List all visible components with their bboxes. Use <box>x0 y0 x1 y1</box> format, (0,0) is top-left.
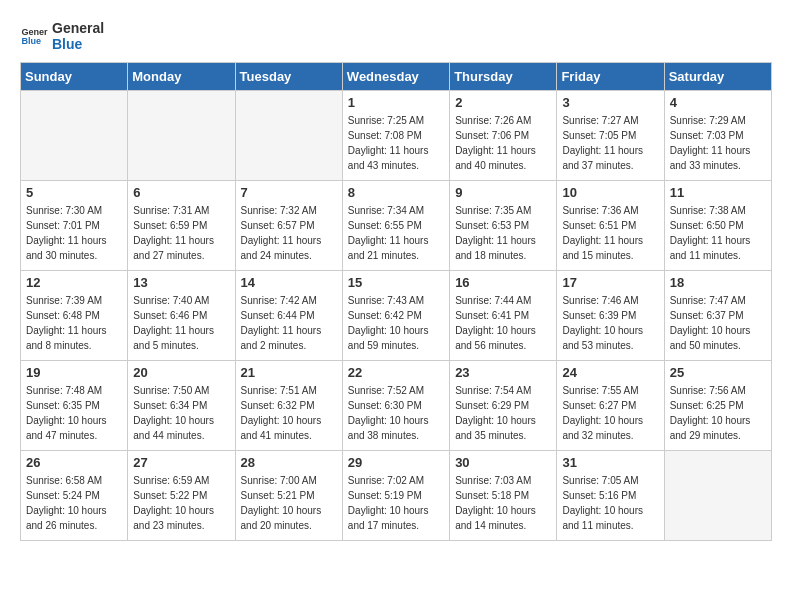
page-header: General Blue General Blue <box>20 20 772 52</box>
day-number: 6 <box>133 185 229 200</box>
day-number: 5 <box>26 185 122 200</box>
calendar-cell: 2Sunrise: 7:26 AMSunset: 7:06 PMDaylight… <box>450 91 557 181</box>
calendar-week-4: 19Sunrise: 7:48 AMSunset: 6:35 PMDayligh… <box>21 361 772 451</box>
calendar-cell: 24Sunrise: 7:55 AMSunset: 6:27 PMDayligh… <box>557 361 664 451</box>
day-info: Sunrise: 7:47 AMSunset: 6:37 PMDaylight:… <box>670 293 766 353</box>
calendar-cell: 14Sunrise: 7:42 AMSunset: 6:44 PMDayligh… <box>235 271 342 361</box>
header-saturday: Saturday <box>664 63 771 91</box>
day-number: 11 <box>670 185 766 200</box>
day-number: 18 <box>670 275 766 290</box>
calendar-cell: 10Sunrise: 7:36 AMSunset: 6:51 PMDayligh… <box>557 181 664 271</box>
calendar-cell: 26Sunrise: 6:58 AMSunset: 5:24 PMDayligh… <box>21 451 128 541</box>
calendar-cell: 12Sunrise: 7:39 AMSunset: 6:48 PMDayligh… <box>21 271 128 361</box>
calendar-week-2: 5Sunrise: 7:30 AMSunset: 7:01 PMDaylight… <box>21 181 772 271</box>
day-info: Sunrise: 7:50 AMSunset: 6:34 PMDaylight:… <box>133 383 229 443</box>
calendar-cell: 3Sunrise: 7:27 AMSunset: 7:05 PMDaylight… <box>557 91 664 181</box>
day-info: Sunrise: 7:02 AMSunset: 5:19 PMDaylight:… <box>348 473 444 533</box>
day-info: Sunrise: 7:30 AMSunset: 7:01 PMDaylight:… <box>26 203 122 263</box>
day-number: 30 <box>455 455 551 470</box>
day-number: 19 <box>26 365 122 380</box>
day-number: 7 <box>241 185 337 200</box>
day-info: Sunrise: 6:58 AMSunset: 5:24 PMDaylight:… <box>26 473 122 533</box>
calendar-cell: 16Sunrise: 7:44 AMSunset: 6:41 PMDayligh… <box>450 271 557 361</box>
day-info: Sunrise: 7:05 AMSunset: 5:16 PMDaylight:… <box>562 473 658 533</box>
svg-text:Blue: Blue <box>21 36 41 46</box>
day-number: 16 <box>455 275 551 290</box>
day-number: 29 <box>348 455 444 470</box>
calendar-week-1: 1Sunrise: 7:25 AMSunset: 7:08 PMDaylight… <box>21 91 772 181</box>
day-info: Sunrise: 7:46 AMSunset: 6:39 PMDaylight:… <box>562 293 658 353</box>
day-number: 31 <box>562 455 658 470</box>
header-sunday: Sunday <box>21 63 128 91</box>
calendar-cell: 6Sunrise: 7:31 AMSunset: 6:59 PMDaylight… <box>128 181 235 271</box>
logo-icon: General Blue <box>20 22 48 50</box>
day-number: 12 <box>26 275 122 290</box>
header-monday: Monday <box>128 63 235 91</box>
day-info: Sunrise: 7:03 AMSunset: 5:18 PMDaylight:… <box>455 473 551 533</box>
calendar-cell: 5Sunrise: 7:30 AMSunset: 7:01 PMDaylight… <box>21 181 128 271</box>
calendar-cell: 20Sunrise: 7:50 AMSunset: 6:34 PMDayligh… <box>128 361 235 451</box>
day-number: 10 <box>562 185 658 200</box>
calendar-cell: 1Sunrise: 7:25 AMSunset: 7:08 PMDaylight… <box>342 91 449 181</box>
day-number: 24 <box>562 365 658 380</box>
day-number: 21 <box>241 365 337 380</box>
calendar-cell: 11Sunrise: 7:38 AMSunset: 6:50 PMDayligh… <box>664 181 771 271</box>
calendar-week-5: 26Sunrise: 6:58 AMSunset: 5:24 PMDayligh… <box>21 451 772 541</box>
day-info: Sunrise: 7:43 AMSunset: 6:42 PMDaylight:… <box>348 293 444 353</box>
calendar-cell <box>21 91 128 181</box>
day-number: 13 <box>133 275 229 290</box>
calendar-cell: 21Sunrise: 7:51 AMSunset: 6:32 PMDayligh… <box>235 361 342 451</box>
calendar-cell: 13Sunrise: 7:40 AMSunset: 6:46 PMDayligh… <box>128 271 235 361</box>
calendar-cell: 18Sunrise: 7:47 AMSunset: 6:37 PMDayligh… <box>664 271 771 361</box>
logo-general: General <box>52 20 104 36</box>
svg-text:General: General <box>21 27 48 37</box>
day-number: 26 <box>26 455 122 470</box>
day-number: 14 <box>241 275 337 290</box>
calendar-cell: 27Sunrise: 6:59 AMSunset: 5:22 PMDayligh… <box>128 451 235 541</box>
calendar-cell: 8Sunrise: 7:34 AMSunset: 6:55 PMDaylight… <box>342 181 449 271</box>
logo-blue: Blue <box>52 36 104 52</box>
day-number: 3 <box>562 95 658 110</box>
day-info: Sunrise: 7:48 AMSunset: 6:35 PMDaylight:… <box>26 383 122 443</box>
calendar-header-row: SundayMondayTuesdayWednesdayThursdayFrid… <box>21 63 772 91</box>
day-number: 2 <box>455 95 551 110</box>
day-number: 4 <box>670 95 766 110</box>
day-info: Sunrise: 7:26 AMSunset: 7:06 PMDaylight:… <box>455 113 551 173</box>
calendar-week-3: 12Sunrise: 7:39 AMSunset: 6:48 PMDayligh… <box>21 271 772 361</box>
header-wednesday: Wednesday <box>342 63 449 91</box>
calendar-cell: 31Sunrise: 7:05 AMSunset: 5:16 PMDayligh… <box>557 451 664 541</box>
day-info: Sunrise: 7:31 AMSunset: 6:59 PMDaylight:… <box>133 203 229 263</box>
day-number: 1 <box>348 95 444 110</box>
day-number: 27 <box>133 455 229 470</box>
header-thursday: Thursday <box>450 63 557 91</box>
day-info: Sunrise: 7:54 AMSunset: 6:29 PMDaylight:… <box>455 383 551 443</box>
day-info: Sunrise: 7:42 AMSunset: 6:44 PMDaylight:… <box>241 293 337 353</box>
day-info: Sunrise: 7:00 AMSunset: 5:21 PMDaylight:… <box>241 473 337 533</box>
day-info: Sunrise: 7:25 AMSunset: 7:08 PMDaylight:… <box>348 113 444 173</box>
day-number: 17 <box>562 275 658 290</box>
calendar-cell: 23Sunrise: 7:54 AMSunset: 6:29 PMDayligh… <box>450 361 557 451</box>
day-number: 22 <box>348 365 444 380</box>
day-number: 23 <box>455 365 551 380</box>
calendar-cell: 22Sunrise: 7:52 AMSunset: 6:30 PMDayligh… <box>342 361 449 451</box>
day-info: Sunrise: 7:44 AMSunset: 6:41 PMDaylight:… <box>455 293 551 353</box>
day-info: Sunrise: 7:27 AMSunset: 7:05 PMDaylight:… <box>562 113 658 173</box>
header-tuesday: Tuesday <box>235 63 342 91</box>
calendar-cell <box>128 91 235 181</box>
header-friday: Friday <box>557 63 664 91</box>
calendar-cell <box>235 91 342 181</box>
day-info: Sunrise: 7:35 AMSunset: 6:53 PMDaylight:… <box>455 203 551 263</box>
day-number: 8 <box>348 185 444 200</box>
day-info: Sunrise: 7:39 AMSunset: 6:48 PMDaylight:… <box>26 293 122 353</box>
calendar-cell: 28Sunrise: 7:00 AMSunset: 5:21 PMDayligh… <box>235 451 342 541</box>
day-info: Sunrise: 7:40 AMSunset: 6:46 PMDaylight:… <box>133 293 229 353</box>
day-info: Sunrise: 7:32 AMSunset: 6:57 PMDaylight:… <box>241 203 337 263</box>
day-info: Sunrise: 7:51 AMSunset: 6:32 PMDaylight:… <box>241 383 337 443</box>
day-number: 25 <box>670 365 766 380</box>
day-number: 9 <box>455 185 551 200</box>
day-info: Sunrise: 7:36 AMSunset: 6:51 PMDaylight:… <box>562 203 658 263</box>
calendar-cell: 15Sunrise: 7:43 AMSunset: 6:42 PMDayligh… <box>342 271 449 361</box>
calendar-cell: 17Sunrise: 7:46 AMSunset: 6:39 PMDayligh… <box>557 271 664 361</box>
calendar-cell: 19Sunrise: 7:48 AMSunset: 6:35 PMDayligh… <box>21 361 128 451</box>
logo: General Blue General Blue <box>20 20 104 52</box>
